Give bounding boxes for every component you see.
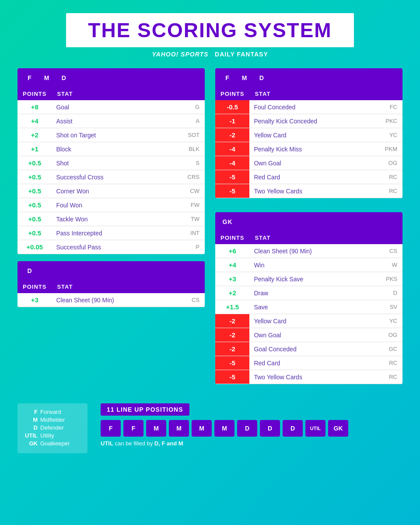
col-header-points2: POINTS	[18, 280, 52, 293]
col-header-stat: STAT	[52, 88, 205, 100]
page-wrapper: THE SCORING SYSTEM YAHOO! SPORTS DAILY F…	[0, 0, 420, 525]
r-pos-badge-gk: GK	[220, 216, 234, 228]
r-pos-badge-m: M	[238, 72, 252, 84]
lineup-badge-util: UTIL	[305, 420, 326, 437]
lineup-badge-m3: M	[192, 420, 212, 437]
table-row: +0.5 Pass Intercepted INT	[18, 226, 205, 240]
table-row: +0.5 Tackle Won TW	[18, 212, 205, 226]
lineup-badge-m1: M	[146, 420, 166, 437]
legend-label-f: Forward	[40, 409, 61, 415]
pos-badge-m: M	[40, 72, 54, 84]
lineup-note-text: can be filled by	[115, 440, 154, 447]
legend-key-d: D	[24, 424, 38, 431]
table-row: -2 Yellow Card YC	[215, 128, 402, 142]
table-row: +0.05 Successful Pass P	[18, 240, 205, 254]
subtitle-brand: YAHOO! SPORTS	[152, 51, 208, 58]
legend-key-f: F	[24, 409, 38, 415]
table-row: +1 Block BLK	[18, 142, 205, 156]
page-title: THE SCORING SYSTEM	[88, 18, 332, 42]
lineup-box: 11 LINE UP POSITIONS F F M M M M D D D U…	[101, 403, 402, 447]
r-pos-badge-f: F	[220, 72, 234, 84]
left-d-table: D POINTS STAT +3 Clean Sheet (90 Min) CS	[18, 261, 205, 307]
table-row: -2 Own Goal OG	[215, 328, 402, 342]
footer-section: F Forward M Midfielder D Defender UTIL U…	[18, 403, 402, 453]
legend-row-f: F Forward	[24, 409, 80, 415]
lineup-note: UTIL can be filled by D, F and M	[101, 440, 402, 447]
pos-badge-f: F	[23, 72, 37, 84]
legend-row-gk: GK Goalkeeper	[24, 440, 80, 447]
table-row: +3 Penalty Kick Save PKS	[215, 272, 402, 286]
content-grid: F M D POINTS STAT +8 Goal G +4 Assist	[18, 68, 402, 391]
table-row: +0.5 Foul Won FW	[18, 198, 205, 212]
left-column: F M D POINTS STAT +8 Goal G +4 Assist	[18, 68, 205, 391]
right-fmd-pos-header: F M D	[215, 68, 402, 88]
left-d-pos-header: D	[18, 261, 205, 280]
table-row: -5 Red Card RC	[215, 356, 402, 370]
table-row: -1 Penalty Kick Conceded PKC	[215, 114, 402, 128]
table-row: -4 Penalty Kick Miss PKM	[215, 142, 402, 156]
col-header-points-gk: POINTS	[215, 231, 249, 244]
left-fmd-col-header: POINTS STAT	[18, 88, 205, 100]
table-row: -5 Two Yellow Cards RC	[215, 184, 402, 198]
table-row: +2 Draw D	[215, 286, 402, 300]
lineup-badge-d3: D	[283, 420, 303, 437]
col-header-points-r: POINTS	[215, 88, 249, 100]
title-box: THE SCORING SYSTEM	[66, 13, 354, 47]
left-d-col-header: POINTS STAT	[18, 280, 205, 293]
lineup-note-positions: D, F and M	[154, 440, 183, 447]
lineup-badge-f2: F	[123, 420, 144, 437]
table-row: -5 Red Card RC	[215, 170, 402, 184]
legend-row-m: M Midfielder	[24, 416, 80, 423]
table-row: +0.5 Successful Cross CRS	[18, 170, 205, 184]
legend-key-util: UTIL	[24, 432, 38, 439]
col-header-stat-r: STAT	[249, 88, 402, 100]
left-fmd-pos-header: F M D	[18, 68, 205, 88]
table-row: -5 Two Yellow Cards RC	[215, 370, 402, 384]
table-row: +4 Win W	[215, 258, 402, 272]
table-row: -2 Yellow Card YC	[215, 314, 402, 328]
lineup-note-util: UTIL	[101, 440, 113, 447]
legend-key-m: M	[24, 416, 38, 423]
table-row: +8 Goal G	[18, 100, 205, 114]
right-column: F M D POINTS STAT -0.5 Foul Conceded FC …	[215, 68, 402, 391]
pos-badge-d: D	[57, 72, 71, 84]
col-header-points: POINTS	[18, 88, 52, 100]
right-gk-table: GK POINTS STAT +6 Clean Sheet (90 Min) C…	[215, 212, 402, 384]
right-fmd-col-header: POINTS STAT	[215, 88, 402, 100]
right-gk-col-header: POINTS STAT	[215, 231, 402, 244]
table-row: +4 Assist A	[18, 114, 205, 128]
legend-row-util: UTIL Utility	[24, 432, 80, 439]
legend-box: F Forward M Midfielder D Defender UTIL U…	[18, 403, 88, 453]
legend-label-d: Defender	[40, 424, 63, 431]
legend-label-m: Midfielder	[40, 416, 65, 423]
r-pos-badge-d: D	[255, 72, 269, 84]
table-row: -4 Own Goal OG	[215, 156, 402, 170]
lineup-badge-f1: F	[101, 420, 121, 437]
lineup-badge-m4: M	[214, 420, 234, 437]
legend-row-d: D Defender	[24, 424, 80, 431]
lineup-badges: F F M M M M D D D UTIL GK	[101, 420, 402, 437]
lineup-badge-d1: D	[237, 420, 257, 437]
lineup-badge-m2: M	[169, 420, 189, 437]
table-row: +6 Clean Sheet (90 Min) CS	[215, 244, 402, 258]
pos-badge-d-only: D	[23, 265, 37, 277]
subtitle: YAHOO! SPORTS DAILY FANTASY	[152, 51, 268, 58]
lineup-title: 11 LINE UP POSITIONS	[101, 403, 189, 416]
table-row: -0.5 Foul Conceded FC	[215, 100, 402, 114]
table-row: -2 Goal Conceded GC	[215, 342, 402, 356]
col-header-stat-gk: STAT	[249, 231, 402, 244]
table-row: +0.5 Shot S	[18, 156, 205, 170]
legend-key-gk: GK	[24, 440, 38, 447]
right-gk-pos-header: GK	[215, 212, 402, 231]
lineup-badge-gk: GK	[328, 420, 348, 437]
subtitle-product: DAILY FANTASY	[215, 51, 268, 58]
legend-label-gk: Goalkeeper	[40, 440, 70, 447]
legend-label-util: Utility	[40, 432, 54, 439]
right-fmd-table: F M D POINTS STAT -0.5 Foul Conceded FC …	[215, 68, 402, 198]
table-row: +0.5 Corner Won CW	[18, 184, 205, 198]
table-row: +2 Shot on Target SOT	[18, 128, 205, 142]
table-row: +3 Clean Sheet (90 Min) CS	[18, 293, 205, 307]
table-row: +1.5 Save SV	[215, 300, 402, 314]
left-fmd-table: F M D POINTS STAT +8 Goal G +4 Assist	[18, 68, 205, 254]
col-header-stat2: STAT	[52, 280, 205, 293]
